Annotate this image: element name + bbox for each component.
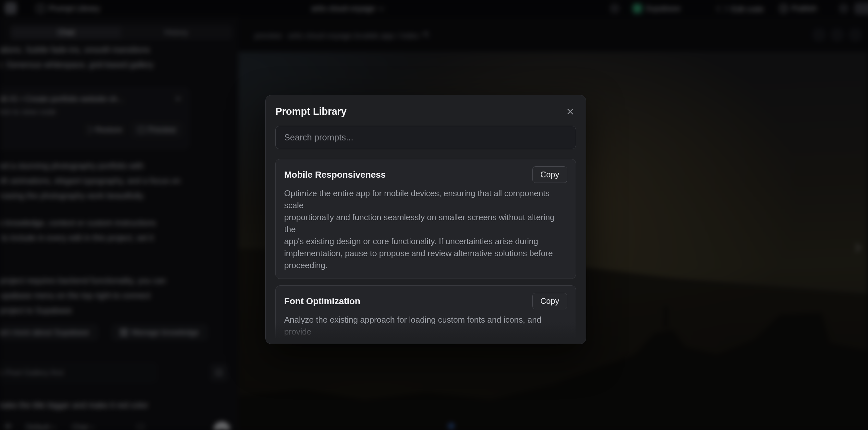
prompt-description: Optimize the entire app for mobile devic…	[284, 187, 567, 271]
prompt-description: Analyze the existing approach for loadin…	[284, 314, 567, 340]
prompt-list: Mobile Responsiveness Copy Optimize the …	[275, 159, 576, 340]
search-input[interactable]	[276, 126, 576, 149]
prompt-search	[275, 126, 576, 149]
prompt-title: Mobile Responsiveness	[284, 170, 386, 180]
copy-button[interactable]: Copy	[532, 293, 567, 309]
prompt-card-mobile-responsiveness: Mobile Responsiveness Copy Optimize the …	[275, 159, 576, 279]
close-icon	[566, 107, 575, 116]
prompt-library-modal: Prompt Library Mobile Responsiveness Cop…	[265, 95, 586, 344]
close-modal-button[interactable]	[564, 106, 576, 117]
modal-title: Prompt Library	[275, 106, 346, 117]
app-screen: Prompt Library artic-cloud-voyage Supaba…	[0, 0, 868, 430]
copy-button[interactable]: Copy	[532, 166, 567, 183]
prompt-card-font-optimization: Font Optimization Copy Analyze the exist…	[275, 285, 576, 340]
prompt-title: Font Optimization	[284, 296, 360, 306]
